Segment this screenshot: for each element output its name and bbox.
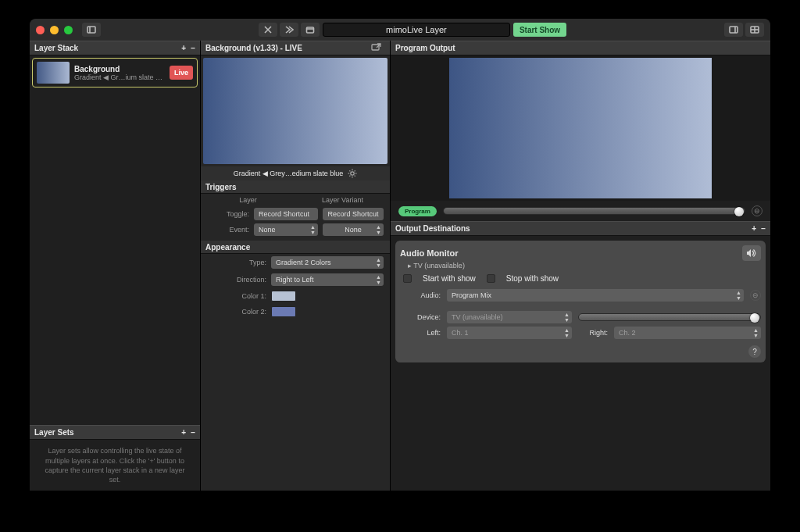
svg-rect-0	[88, 27, 95, 33]
layer-inspector-column: Background (v1.33) - LIVE Gradient ◀ Gre…	[200, 41, 391, 491]
left-channel-select[interactable]: Ch. 1▲▼	[447, 327, 572, 339]
svg-line-17	[355, 170, 355, 171]
mute-icon[interactable]: ⊖	[752, 205, 762, 216]
layer-sets-add-button[interactable]: +	[181, 428, 186, 437]
audio-monitor-device-line: ▸ TV (unavailable)	[400, 261, 761, 273]
layer-preview-caption: Gradient ◀ Grey…edium slate blue	[201, 166, 390, 180]
layer-stack-header: Layer Stack +−	[30, 41, 200, 55]
svg-rect-9	[372, 45, 379, 50]
layer-sets-header: Layer Sets +−	[30, 425, 200, 440]
toolbar-cluster	[259, 23, 320, 37]
audio-remove-icon[interactable]: ⊖	[750, 290, 761, 301]
zoom-icon[interactable]	[64, 26, 73, 34]
start-with-show-label: Start with show	[423, 274, 476, 283]
panel-grid-button[interactable]	[745, 23, 764, 37]
program-output-header: Program Output	[391, 41, 770, 55]
output-remove-button[interactable]: −	[761, 224, 766, 233]
slider-knob[interactable]	[750, 313, 759, 323]
layer-stack-column: Layer Stack +− Background Gradient ◀ Gr……	[30, 41, 200, 491]
device-select[interactable]: TV (unavailable)▲▼	[447, 311, 572, 323]
output-column: Program Output Program ⊖ Output Destinat…	[391, 41, 770, 491]
window-controls	[36, 26, 73, 34]
color1-swatch[interactable]	[271, 291, 296, 302]
svg-rect-4	[730, 27, 738, 33]
slider-knob[interactable]	[734, 207, 744, 216]
titlebar: mimoLive Layer Start Show	[30, 19, 770, 41]
layer-stack-remove-button[interactable]: −	[191, 44, 195, 52]
triggers-header: Triggers	[201, 180, 390, 194]
help-icon[interactable]: ?	[748, 345, 761, 358]
layer-stack-add-button[interactable]: +	[181, 44, 186, 52]
live-badge[interactable]: Live	[170, 66, 193, 80]
layer-title: Background	[74, 65, 165, 73]
speaker-icon[interactable]	[742, 245, 761, 261]
panel-left-button[interactable]	[724, 23, 743, 37]
cut-button[interactable]	[259, 23, 277, 37]
stop-with-show-label: Stop with show	[506, 274, 559, 283]
svg-line-15	[350, 170, 351, 171]
audio-select[interactable]: Program Mix▲▼	[447, 289, 744, 302]
audio-monitor-card: Audio Monitor ▸ TV (unavailable) Start w…	[395, 241, 766, 362]
output-destinations-header: Output Destinations +−	[391, 221, 770, 236]
appearance-header: Appearance	[201, 241, 390, 254]
svg-rect-2	[306, 27, 313, 33]
event-variant-select[interactable]: None▲▼	[323, 223, 384, 236]
stop-with-show-checkbox[interactable]	[487, 274, 495, 283]
event-layer-select[interactable]: None▲▼	[254, 223, 318, 236]
program-output-viewport	[391, 55, 770, 201]
type-select[interactable]: Gradient 2 Colors▲▼	[271, 256, 384, 269]
start-with-show-checkbox[interactable]	[403, 274, 412, 283]
gear-icon[interactable]	[348, 169, 357, 178]
sidebar-toggle-button[interactable]	[82, 23, 101, 37]
svg-line-18	[350, 176, 351, 177]
right-channel-select[interactable]: Ch. 2▲▼	[614, 327, 761, 339]
layer-sets-remove-button[interactable]: −	[191, 428, 195, 437]
minimize-icon[interactable]	[50, 26, 59, 34]
svg-line-16	[355, 176, 355, 177]
close-icon[interactable]	[36, 26, 45, 34]
program-badge[interactable]: Program	[398, 206, 437, 216]
forward-button[interactable]	[280, 23, 298, 37]
document-title[interactable]: mimoLive Layer	[323, 23, 510, 37]
direction-select[interactable]: Right to Left▲▼	[271, 273, 384, 286]
trigger-column-labels: Layer Layer Variant	[201, 194, 390, 206]
inspector-header: Background (v1.33) - LIVE	[201, 41, 390, 55]
program-output-preview	[449, 58, 712, 198]
toggle-variant-shortcut[interactable]: Record Shortcut	[323, 208, 384, 220]
svg-point-10	[351, 172, 354, 175]
start-show-button[interactable]: Start Show	[513, 23, 566, 37]
device-volume-slider[interactable]	[578, 313, 761, 321]
audio-monitor-title: Audio Monitor	[400, 248, 459, 258]
layer-subtitle: Gradient ◀ Gr…ium slate blue	[74, 73, 165, 81]
output-add-button[interactable]: +	[752, 224, 756, 233]
color2-swatch[interactable]	[271, 306, 296, 317]
program-volume-slider[interactable]	[443, 207, 745, 215]
layer-preview	[203, 58, 388, 164]
app-window: mimoLive Layer Start Show Layer Stack +−…	[30, 19, 770, 491]
popout-icon[interactable]	[371, 43, 385, 54]
layer-item-background[interactable]: Background Gradient ◀ Gr…ium slate blue …	[32, 58, 198, 87]
clapper-button[interactable]	[301, 23, 320, 37]
toggle-layer-shortcut[interactable]: Record Shortcut	[254, 208, 318, 220]
layer-sets-help-text: Layer sets allow controlling the live st…	[30, 440, 200, 491]
right-channel-label: Right:	[578, 329, 608, 337]
layer-thumbnail	[37, 62, 70, 84]
